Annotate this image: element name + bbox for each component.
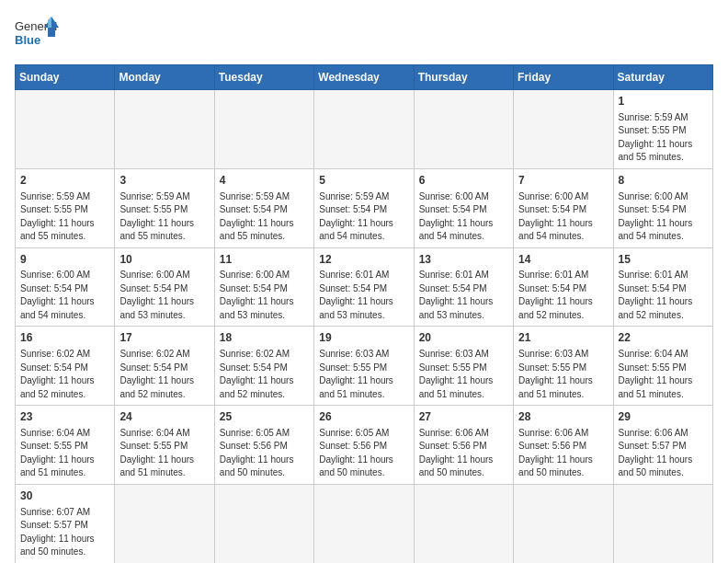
day-info: Sunrise: 6:03 AMSunset: 5:55 PMDaylight:… <box>319 348 408 401</box>
day-number: 30 <box>20 488 109 504</box>
calendar-week-row: 1Sunrise: 5:59 AMSunset: 5:55 PMDaylight… <box>16 90 713 169</box>
day-info: Sunrise: 5:59 AMSunset: 5:55 PMDaylight:… <box>20 190 109 244</box>
day-number: 19 <box>319 330 408 346</box>
calendar-cell: 5Sunrise: 5:59 AMSunset: 5:54 PMDaylight… <box>314 168 414 247</box>
day-number: 3 <box>119 173 209 189</box>
day-number: 15 <box>619 252 708 268</box>
calendar-cell: 11Sunrise: 6:00 AMSunset: 5:54 PMDayligh… <box>214 247 313 327</box>
calendar-table: SundayMondayTuesdayWednesdayThursdayFrid… <box>15 64 713 563</box>
day-info: Sunrise: 6:02 AMSunset: 5:54 PMDaylight:… <box>119 348 209 401</box>
calendar-cell: 28Sunrise: 6:06 AMSunset: 5:56 PMDayligh… <box>514 406 613 485</box>
day-info: Sunrise: 6:03 AMSunset: 5:55 PMDaylight:… <box>419 348 508 401</box>
calendar-cell: 6Sunrise: 6:00 AMSunset: 5:54 PMDaylight… <box>414 168 513 247</box>
calendar-cell: 15Sunrise: 6:01 AMSunset: 5:54 PMDayligh… <box>613 247 712 327</box>
day-info: Sunrise: 6:01 AMSunset: 5:54 PMDaylight:… <box>619 269 708 322</box>
col-header-monday: Monday <box>115 65 214 90</box>
day-info: Sunrise: 6:06 AMSunset: 5:56 PMDaylight:… <box>419 427 508 480</box>
calendar-cell: 1Sunrise: 5:59 AMSunset: 5:55 PMDaylight… <box>613 90 712 169</box>
day-info: Sunrise: 6:02 AMSunset: 5:54 PMDaylight:… <box>220 348 309 401</box>
day-number: 26 <box>319 409 408 425</box>
calendar-cell: 14Sunrise: 6:01 AMSunset: 5:54 PMDayligh… <box>514 247 613 327</box>
day-info: Sunrise: 6:06 AMSunset: 5:56 PMDaylight:… <box>518 427 608 480</box>
calendar-cell: 12Sunrise: 6:01 AMSunset: 5:54 PMDayligh… <box>314 247 414 327</box>
calendar-cell: 22Sunrise: 6:04 AMSunset: 5:55 PMDayligh… <box>613 327 712 406</box>
svg-text:Blue: Blue <box>15 33 40 47</box>
day-number: 13 <box>419 252 508 268</box>
day-number: 1 <box>619 94 708 109</box>
day-number: 23 <box>20 409 109 425</box>
calendar-cell: 2Sunrise: 5:59 AMSunset: 5:55 PMDaylight… <box>16 168 115 247</box>
day-info: Sunrise: 6:02 AMSunset: 5:54 PMDaylight:… <box>20 348 109 401</box>
day-number: 22 <box>619 330 708 346</box>
calendar-cell: 4Sunrise: 5:59 AMSunset: 5:54 PMDaylight… <box>214 168 313 247</box>
calendar-cell: 30Sunrise: 6:07 AMSunset: 5:57 PMDayligh… <box>16 484 115 563</box>
day-info: Sunrise: 6:05 AMSunset: 5:56 PMDaylight:… <box>220 427 309 480</box>
calendar-cell <box>514 90 613 169</box>
calendar-cell <box>314 484 414 563</box>
day-number: 4 <box>220 173 309 189</box>
calendar-cell <box>115 90 214 169</box>
col-header-wednesday: Wednesday <box>314 65 414 90</box>
day-info: Sunrise: 6:01 AMSunset: 5:54 PMDaylight:… <box>518 269 608 322</box>
day-number: 16 <box>20 330 109 346</box>
day-info: Sunrise: 6:07 AMSunset: 5:57 PMDaylight:… <box>20 506 109 559</box>
calendar-cell: 25Sunrise: 6:05 AMSunset: 5:56 PMDayligh… <box>214 406 313 485</box>
calendar-cell <box>414 90 513 169</box>
day-info: Sunrise: 6:04 AMSunset: 5:55 PMDaylight:… <box>619 348 708 401</box>
logo-svg: General Blue <box>15 15 61 53</box>
calendar-cell <box>115 484 214 563</box>
day-number: 6 <box>419 173 508 189</box>
day-info: Sunrise: 6:04 AMSunset: 5:55 PMDaylight:… <box>119 427 209 480</box>
col-header-sunday: Sunday <box>16 65 115 90</box>
day-info: Sunrise: 6:00 AMSunset: 5:54 PMDaylight:… <box>119 269 209 322</box>
calendar-cell: 17Sunrise: 6:02 AMSunset: 5:54 PMDayligh… <box>115 327 214 406</box>
calendar-cell: 23Sunrise: 6:04 AMSunset: 5:55 PMDayligh… <box>16 406 115 485</box>
calendar-week-row: 16Sunrise: 6:02 AMSunset: 5:54 PMDayligh… <box>16 327 713 406</box>
day-info: Sunrise: 5:59 AMSunset: 5:54 PMDaylight:… <box>220 190 309 244</box>
day-info: Sunrise: 6:00 AMSunset: 5:54 PMDaylight:… <box>220 269 309 322</box>
day-info: Sunrise: 6:05 AMSunset: 5:56 PMDaylight:… <box>319 427 408 480</box>
day-number: 9 <box>20 252 109 268</box>
day-number: 27 <box>419 409 508 425</box>
page-header: General Blue <box>15 15 713 53</box>
logo: General Blue <box>15 15 61 53</box>
day-number: 17 <box>119 330 209 346</box>
calendar-cell: 21Sunrise: 6:03 AMSunset: 5:55 PMDayligh… <box>514 327 613 406</box>
day-number: 12 <box>319 252 408 268</box>
day-number: 8 <box>619 173 708 189</box>
col-header-friday: Friday <box>514 65 613 90</box>
calendar-cell: 3Sunrise: 5:59 AMSunset: 5:55 PMDaylight… <box>115 168 214 247</box>
calendar-cell: 24Sunrise: 6:04 AMSunset: 5:55 PMDayligh… <box>115 406 214 485</box>
calendar-cell: 10Sunrise: 6:00 AMSunset: 5:54 PMDayligh… <box>115 247 214 327</box>
calendar-cell: 8Sunrise: 6:00 AMSunset: 5:54 PMDaylight… <box>613 168 712 247</box>
calendar-cell <box>414 484 513 563</box>
calendar-cell: 7Sunrise: 6:00 AMSunset: 5:54 PMDaylight… <box>514 168 613 247</box>
calendar-cell: 9Sunrise: 6:00 AMSunset: 5:54 PMDaylight… <box>16 247 115 327</box>
day-number: 18 <box>220 330 309 346</box>
day-number: 10 <box>119 252 209 268</box>
day-info: Sunrise: 6:00 AMSunset: 5:54 PMDaylight:… <box>20 269 109 322</box>
day-info: Sunrise: 5:59 AMSunset: 5:54 PMDaylight:… <box>319 190 408 244</box>
day-number: 24 <box>119 409 209 425</box>
day-number: 28 <box>518 409 608 425</box>
col-header-thursday: Thursday <box>414 65 513 90</box>
day-info: Sunrise: 5:59 AMSunset: 5:55 PMDaylight:… <box>619 111 708 165</box>
day-info: Sunrise: 6:00 AMSunset: 5:54 PMDaylight:… <box>518 190 608 244</box>
day-number: 14 <box>518 252 608 268</box>
calendar-header-row: SundayMondayTuesdayWednesdayThursdayFrid… <box>16 65 713 90</box>
calendar-cell: 13Sunrise: 6:01 AMSunset: 5:54 PMDayligh… <box>414 247 513 327</box>
day-info: Sunrise: 5:59 AMSunset: 5:55 PMDaylight:… <box>119 190 209 244</box>
calendar-cell: 16Sunrise: 6:02 AMSunset: 5:54 PMDayligh… <box>16 327 115 406</box>
day-info: Sunrise: 6:01 AMSunset: 5:54 PMDaylight:… <box>419 269 508 322</box>
svg-marker-3 <box>48 17 51 28</box>
calendar-cell: 27Sunrise: 6:06 AMSunset: 5:56 PMDayligh… <box>414 406 513 485</box>
calendar-cell <box>514 484 613 563</box>
day-info: Sunrise: 6:04 AMSunset: 5:55 PMDaylight:… <box>20 427 109 480</box>
calendar-cell: 26Sunrise: 6:05 AMSunset: 5:56 PMDayligh… <box>314 406 414 485</box>
calendar-cell: 18Sunrise: 6:02 AMSunset: 5:54 PMDayligh… <box>214 327 313 406</box>
day-info: Sunrise: 6:01 AMSunset: 5:54 PMDaylight:… <box>319 269 408 322</box>
col-header-saturday: Saturday <box>613 65 712 90</box>
calendar-cell: 20Sunrise: 6:03 AMSunset: 5:55 PMDayligh… <box>414 327 513 406</box>
col-header-tuesday: Tuesday <box>214 65 313 90</box>
day-number: 2 <box>20 173 109 189</box>
